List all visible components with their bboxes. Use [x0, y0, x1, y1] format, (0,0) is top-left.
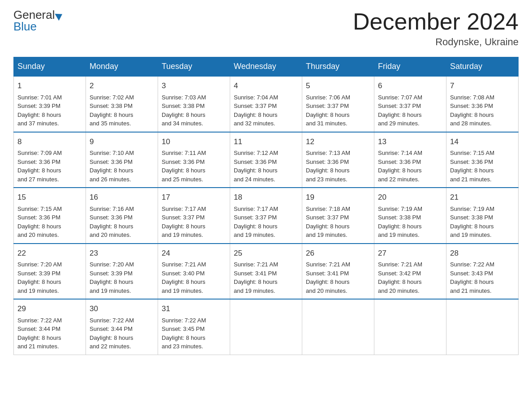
day-info-line: Sunset: 3:45 PM: [162, 325, 226, 334]
calendar-cell: 7Sunrise: 7:08 AMSunset: 3:36 PMDaylight…: [446, 76, 519, 132]
day-info-line: Daylight: 8 hours: [306, 222, 370, 231]
day-number: 19: [306, 192, 370, 203]
calendar-cell: 4Sunrise: 7:04 AMSunset: 3:37 PMDaylight…: [230, 76, 302, 132]
day-info-line: Sunrise: 7:12 AM: [234, 149, 298, 158]
calendar-cell: 12Sunrise: 7:13 AMSunset: 3:36 PMDayligh…: [302, 132, 374, 188]
day-info-line: Sunset: 3:37 PM: [306, 213, 370, 222]
day-info-line: Sunset: 3:38 PM: [378, 213, 442, 222]
day-info-line: and 22 minutes.: [378, 175, 442, 184]
calendar-cell: 16Sunrise: 7:16 AMSunset: 3:36 PMDayligh…: [86, 188, 158, 244]
day-info-line: and 19 minutes.: [162, 231, 226, 240]
day-number: 15: [17, 192, 82, 203]
logo-general-text: General: [13, 9, 55, 21]
calendar-cell: 19Sunrise: 7:18 AMSunset: 3:37 PMDayligh…: [302, 188, 374, 244]
day-info-line: Sunset: 3:38 PM: [90, 102, 154, 111]
day-info-line: Sunrise: 7:13 AM: [306, 149, 370, 158]
day-number: 1: [17, 80, 82, 92]
calendar-cell: 20Sunrise: 7:19 AMSunset: 3:38 PMDayligh…: [374, 188, 446, 244]
day-number: 21: [450, 192, 515, 203]
day-info-line: and 32 minutes.: [234, 119, 298, 128]
day-info-line: Daylight: 8 hours: [450, 166, 515, 175]
calendar-week-row: 8Sunrise: 7:09 AMSunset: 3:36 PMDaylight…: [14, 132, 519, 188]
day-info-line: Sunrise: 7:04 AM: [234, 93, 298, 102]
day-info-line: Sunset: 3:36 PM: [234, 158, 298, 167]
day-info-line: Daylight: 8 hours: [162, 222, 226, 231]
day-number: 27: [378, 248, 442, 259]
calendar-cell: 18Sunrise: 7:17 AMSunset: 3:37 PMDayligh…: [230, 188, 302, 244]
day-info-line: Sunset: 3:39 PM: [90, 269, 154, 278]
day-number: 23: [90, 248, 154, 259]
title-area: December 2024 Rodynske, Ukraine: [353, 9, 519, 48]
day-info-line: Daylight: 8 hours: [234, 222, 298, 231]
calendar-week-row: 22Sunrise: 7:20 AMSunset: 3:39 PMDayligh…: [14, 244, 519, 300]
day-number: 26: [306, 248, 370, 259]
day-number: 17: [162, 192, 226, 203]
calendar-week-row: 29Sunrise: 7:22 AMSunset: 3:44 PMDayligh…: [14, 299, 519, 355]
calendar-cell: [302, 299, 374, 355]
day-info-line: Sunset: 3:37 PM: [234, 213, 298, 222]
calendar-cell: 21Sunrise: 7:19 AMSunset: 3:38 PMDayligh…: [446, 188, 519, 244]
day-info-line: Sunset: 3:36 PM: [306, 158, 370, 167]
day-info-line: and 31 minutes.: [306, 119, 370, 128]
day-info-line: Sunrise: 7:18 AM: [306, 205, 370, 214]
day-info-line: and 24 minutes.: [234, 175, 298, 184]
day-number: 3: [162, 80, 226, 92]
day-info-line: Sunset: 3:36 PM: [90, 213, 154, 222]
calendar-cell: [374, 299, 446, 355]
day-info-line: and 29 minutes.: [378, 119, 442, 128]
calendar-cell: 3Sunrise: 7:03 AMSunset: 3:38 PMDaylight…: [158, 76, 230, 132]
calendar-cell: 9Sunrise: 7:10 AMSunset: 3:36 PMDaylight…: [86, 132, 158, 188]
calendar-cell: 27Sunrise: 7:21 AMSunset: 3:42 PMDayligh…: [374, 244, 446, 300]
calendar-week-row: 1Sunrise: 7:01 AMSunset: 3:39 PMDaylight…: [14, 76, 519, 132]
day-info-line: Daylight: 8 hours: [90, 166, 154, 175]
day-info-line: Daylight: 8 hours: [90, 334, 154, 342]
day-info-line: Sunrise: 7:15 AM: [450, 149, 515, 158]
day-info-line: Daylight: 8 hours: [162, 111, 226, 120]
day-info-line: Daylight: 8 hours: [17, 334, 82, 342]
day-info-line: Sunrise: 7:22 AM: [162, 316, 226, 325]
day-info-line: Daylight: 8 hours: [90, 111, 154, 120]
day-info-line: Sunrise: 7:09 AM: [17, 149, 82, 158]
day-info-line: Sunrise: 7:01 AM: [17, 93, 82, 102]
day-info-line: Sunrise: 7:17 AM: [234, 205, 298, 214]
day-info-line: Daylight: 8 hours: [162, 166, 226, 175]
day-info-line: and 21 minutes.: [450, 175, 515, 184]
calendar-week-row: 15Sunrise: 7:15 AMSunset: 3:36 PMDayligh…: [14, 188, 519, 244]
day-info-line: Sunrise: 7:15 AM: [17, 205, 82, 214]
day-info-line: and 20 minutes.: [378, 287, 442, 295]
day-info-line: and 19 minutes.: [450, 231, 515, 240]
day-info-line: Sunset: 3:44 PM: [17, 325, 82, 334]
header-monday: Monday: [86, 57, 158, 77]
calendar-cell: 23Sunrise: 7:20 AMSunset: 3:39 PMDayligh…: [86, 244, 158, 300]
day-info-line: and 27 minutes.: [17, 175, 82, 184]
calendar-table: Sunday Monday Tuesday Wednesday Thursday…: [13, 57, 519, 355]
day-info-line: Daylight: 8 hours: [17, 222, 82, 231]
day-number: 14: [450, 136, 515, 148]
header-wednesday: Wednesday: [230, 57, 302, 77]
day-number: 13: [378, 136, 442, 148]
day-info-line: Daylight: 8 hours: [90, 278, 154, 287]
day-info-line: Sunset: 3:42 PM: [378, 269, 442, 278]
day-info-line: Sunrise: 7:10 AM: [90, 149, 154, 158]
day-info-line: and 23 minutes.: [162, 342, 226, 351]
day-info-line: and 19 minutes.: [234, 231, 298, 240]
day-info-line: Daylight: 8 hours: [162, 278, 226, 287]
calendar-cell: 22Sunrise: 7:20 AMSunset: 3:39 PMDayligh…: [14, 244, 86, 300]
calendar-cell: [446, 299, 519, 355]
day-info-line: Sunset: 3:43 PM: [450, 269, 515, 278]
day-info-line: Daylight: 8 hours: [450, 222, 515, 231]
day-info-line: Daylight: 8 hours: [378, 278, 442, 287]
day-info-line: and 21 minutes.: [17, 342, 82, 351]
day-info-line: Daylight: 8 hours: [17, 111, 82, 120]
day-info-line: Sunset: 3:39 PM: [17, 102, 82, 111]
header-saturday: Saturday: [446, 57, 519, 77]
day-number: 24: [162, 248, 226, 259]
calendar-cell: 24Sunrise: 7:21 AMSunset: 3:40 PMDayligh…: [158, 244, 230, 300]
day-number: 22: [17, 248, 82, 259]
day-info-line: and 25 minutes.: [162, 175, 226, 184]
day-info-line: Daylight: 8 hours: [234, 111, 298, 120]
day-number: 11: [234, 136, 298, 148]
day-info-line: Daylight: 8 hours: [234, 278, 298, 287]
location: Rodynske, Ukraine: [353, 36, 519, 48]
day-info-line: and 37 minutes.: [17, 119, 82, 128]
